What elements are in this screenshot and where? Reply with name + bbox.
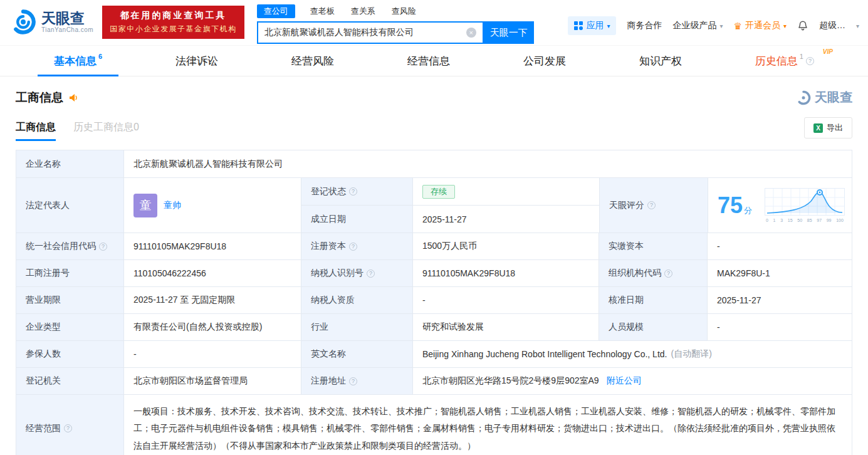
company-type-value: 有限责任公司(自然人投资或控股) [124, 314, 301, 340]
main-content: 工商信息 天眼查 工商信息 历史工商信息0 X 导出 [0, 89, 868, 455]
reg-status-row: 登记状态 ? 存续 [301, 178, 599, 206]
promo-line1: 都在用的商业查询工具 [110, 10, 237, 21]
tab-operation-info[interactable]: 经营信息 [391, 46, 466, 76]
score-label: 天眼评分 ? [600, 178, 708, 233]
taxpayer-quality-label: 纳税人资质 [301, 287, 413, 313]
tab-history-info-label: 历史信息 [755, 54, 798, 68]
help-icon[interactable]: ? [806, 57, 814, 65]
more-menu[interactable]: ▾ [856, 23, 859, 29]
search-type-tabs: 查公司 查老板 查关系 查风险 [257, 4, 534, 19]
business-term-label: 营业期限 [16, 287, 124, 313]
reg-number-value: 110105046222456 [124, 260, 301, 286]
chevron-down-icon: ▾ [607, 23, 610, 29]
tianyancha-watermark: 天眼查 [796, 89, 852, 106]
table-row: 统一社会信用代码 ? 91110105MAK29F8U18 注册资本 ? 150… [16, 233, 852, 260]
subtab-business-info[interactable]: 工商信息 [16, 121, 56, 141]
search-tab-company[interactable]: 查公司 [257, 4, 295, 18]
company-type-label: 企业类型 [16, 314, 124, 340]
credit-code-label: 统一社会信用代码 ? [16, 233, 124, 259]
apps-grid-icon [574, 21, 583, 30]
search-area: 查公司 查老板 查关系 查风险 × 天眼一下 [257, 4, 534, 44]
tab-legal-litigation[interactable]: 法律诉讼 [159, 46, 234, 76]
chevron-down-icon: ▾ [783, 23, 787, 29]
export-label: 导出 [827, 122, 843, 133]
search-box[interactable]: × [257, 21, 484, 44]
table-row: 经营范围 ? 一般项目：技术服务、技术开发、技术咨询、技术交流、技术转让、技术推… [16, 395, 852, 455]
excel-icon: X [813, 123, 823, 133]
table-row: 营业期限 2025-11-27 至 无固定期限 纳税人资质 - 核准日期 202… [16, 287, 852, 314]
business-scope-value: 一般项目：技术服务、技术开发、技术咨询、技术交流、技术转让、技术推广；智能机器人… [124, 395, 852, 455]
approval-date-label: 核准日期 [599, 287, 708, 313]
brand-logo[interactable]: 天眼查 TianYanCha.com [10, 9, 93, 35]
business-scope-label: 经营范围 ? [16, 395, 124, 455]
top-header: 天眼查 TianYanCha.com 都在用的商业查询工具 国家中小企业发展子基… [0, 0, 868, 45]
reg-authority-value: 北京市朝阳区市场监督管理局 [124, 368, 301, 394]
company-name-label: 企业名称 [16, 150, 124, 177]
chevron-down-icon: ▾ [856, 23, 859, 29]
tab-basic-info[interactable]: 基本信息 6 [38, 46, 118, 76]
help-icon[interactable]: ? [349, 187, 357, 196]
tab-operation-risk[interactable]: 经营风险 [275, 46, 350, 76]
search-input[interactable] [258, 28, 466, 38]
subtabs-row: 工商信息 历史工商信息0 X 导出 [16, 117, 852, 141]
taxpayer-id-label: 纳税人识别号 ? [301, 260, 413, 286]
help-icon[interactable]: ? [99, 243, 107, 251]
enterprise-products-label: 企业级产品 [672, 20, 716, 31]
company-nav-tabs: 基本信息 6 法律诉讼 经营风险 经营信息 公司发展 知识产权 VIP 历史信息… [0, 45, 868, 76]
search-button[interactable]: 天眼一下 [484, 21, 534, 44]
search-tab-boss[interactable]: 查老板 [309, 4, 336, 18]
help-icon[interactable]: ? [349, 377, 357, 385]
paid-capital-value: - [708, 233, 852, 259]
industry-label: 行业 [301, 314, 413, 340]
business-cooperation-link[interactable]: 商务合作 [627, 20, 662, 31]
promo-banner[interactable]: 都在用的商业查询工具 国家中小企业发展子基金旗下机构 [102, 6, 244, 39]
help-icon[interactable]: ? [647, 201, 656, 209]
subtab-history-business-info[interactable]: 历史工商信息0 [73, 121, 139, 141]
status-date-block: 登记状态 ? 存续 成立日期 2025-11-27 [301, 178, 600, 233]
insured-label: 参保人数 [16, 341, 124, 367]
apps-menu[interactable]: 应用 ▾ [568, 16, 616, 35]
enterprise-products-menu[interactable]: 企业级产品 ▾ [672, 20, 723, 31]
promo-line2: 国家中小企业发展子基金旗下机构 [110, 24, 237, 34]
tab-intellectual-property[interactable]: 知识产权 [623, 46, 698, 76]
staff-size-value: - [708, 314, 852, 340]
legal-rep-label: 法定代表人 [16, 178, 124, 233]
taxpayer-id-value: 91110105MAK29F8U18 [413, 260, 599, 286]
help-icon[interactable]: ? [367, 269, 375, 278]
org-code-label: 组织机构代码 ? [599, 260, 708, 286]
table-row: 参保人数 - 英文名称 Beijing Xinhang Jucheng Robo… [16, 341, 852, 368]
open-vip-menu[interactable]: ♛ 开通会员 ▾ [733, 20, 786, 31]
clear-search-icon[interactable]: × [466, 28, 476, 38]
announcement-horn-icon[interactable] [68, 93, 78, 103]
paid-capital-label: 实缴资本 [599, 233, 708, 259]
help-icon[interactable]: ? [64, 424, 72, 432]
reg-number-label: 工商注册号 [16, 260, 124, 286]
status-badge: 存续 [422, 185, 455, 199]
help-icon[interactable]: ? [664, 269, 672, 278]
score-number: 75 分 [718, 192, 752, 219]
search-tab-relation[interactable]: 查关系 [350, 4, 377, 18]
chevron-down-icon: ▾ [719, 23, 723, 29]
export-button[interactable]: X 导出 [804, 117, 852, 139]
user-menu[interactable]: 超级… [819, 20, 845, 31]
help-icon[interactable]: ? [349, 243, 357, 251]
open-vip-label: 开通会员 [745, 20, 780, 31]
reg-authority-label: 登记机关 [16, 368, 124, 394]
tab-history-info[interactable]: VIP 历史信息 1 ? [739, 46, 830, 76]
reg-status-value: 存续 [413, 178, 599, 205]
score-value: 75 分 [708, 178, 852, 233]
user-menu-label: 超级… [819, 20, 845, 31]
tab-legal-litigation-label: 法律诉讼 [175, 54, 218, 68]
section-title: 工商信息 [16, 90, 63, 106]
table-row: 企业类型 有限责任公司(自然人投资或控股) 行业 研究和试验发展 人员规模 - [16, 314, 852, 341]
score-distribution-chart: 01 315 5085 9799 100 [764, 188, 845, 222]
tab-company-development[interactable]: 公司发展 [507, 46, 582, 76]
brand-logo-text: 天眼查 TianYanCha.com [41, 11, 93, 33]
notifications-button[interactable] [797, 20, 808, 31]
legal-rep-avatar[interactable]: 童 [133, 194, 157, 217]
tab-company-development-label: 公司发展 [523, 54, 566, 68]
nearby-companies-link[interactable]: 附近公司 [607, 375, 642, 387]
legal-rep-link[interactable]: 童帅 [164, 200, 181, 211]
search-tab-risk[interactable]: 查风险 [390, 4, 417, 18]
tab-basic-info-badge: 6 [98, 53, 102, 60]
